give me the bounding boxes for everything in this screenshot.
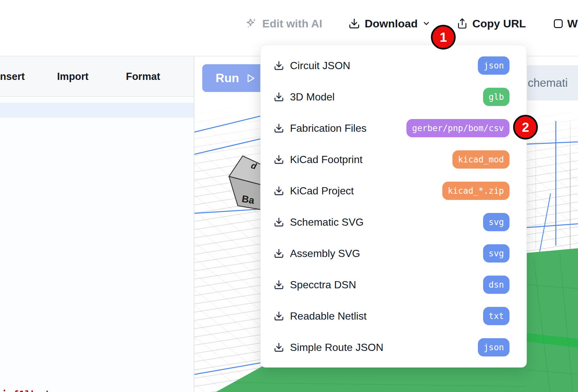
download-menu-item[interactable]: Schematic SVG svg bbox=[261, 206, 526, 238]
download-icon bbox=[274, 279, 284, 290]
download-item-label: 3D Model bbox=[290, 91, 335, 103]
download-menu-item[interactable]: Circuit JSON json bbox=[261, 50, 526, 81]
share-icon bbox=[457, 18, 468, 29]
format-badge: txt bbox=[483, 307, 510, 325]
editor-menubar: nsert Import Format bbox=[0, 56, 194, 97]
download-label: Download bbox=[365, 17, 418, 30]
format-badge: json bbox=[478, 338, 510, 356]
run-button[interactable]: Run bbox=[202, 64, 269, 92]
board-front-label: Ba bbox=[241, 193, 255, 206]
download-icon bbox=[274, 342, 284, 353]
copy-url-label: Copy URL bbox=[472, 17, 526, 30]
download-icon bbox=[274, 186, 284, 196]
download-menu-item[interactable]: Specctra DSN dsn bbox=[261, 269, 526, 300]
download-menu-item[interactable]: Assembly SVG svg bbox=[261, 238, 526, 269]
copy-url-button[interactable]: Copy URL bbox=[457, 15, 526, 32]
download-item-label: Fabrication Files bbox=[290, 122, 367, 134]
download-button[interactable]: Download bbox=[348, 15, 431, 32]
download-icon bbox=[274, 311, 284, 321]
menu-import[interactable]: Import bbox=[57, 56, 88, 97]
format-badge: dsn bbox=[483, 276, 510, 294]
format-badge: svg bbox=[483, 244, 510, 263]
download-menu-item[interactable]: Simple Route JSON json bbox=[261, 332, 526, 363]
download-item-label: Readable Netlist bbox=[290, 310, 367, 322]
download-icon bbox=[274, 92, 284, 102]
download-icon bbox=[274, 60, 284, 71]
download-menu-item[interactable]: Readable Netlist txt bbox=[261, 300, 526, 332]
download-menu-item[interactable]: KiCad Project kicad_*.zip bbox=[261, 175, 526, 206]
sparkles-icon bbox=[245, 17, 258, 30]
play-icon bbox=[246, 73, 255, 83]
annotation-step-1: 1 bbox=[431, 25, 456, 50]
download-icon bbox=[274, 217, 284, 227]
menu-insert[interactable]: nsert bbox=[0, 56, 25, 97]
download-menu-item[interactable]: KiCad Footprint kicad_mod bbox=[261, 144, 526, 175]
download-icon bbox=[274, 154, 284, 165]
format-badge: kicad_*.zip bbox=[442, 182, 510, 200]
editor-code-fragment: i f1lb / bbox=[1, 389, 49, 392]
annotation-step-2: 2 bbox=[513, 115, 538, 140]
menu-format[interactable]: Format bbox=[126, 56, 160, 97]
download-icon bbox=[274, 123, 284, 133]
format-badge: svg bbox=[483, 213, 510, 231]
format-badge: glb bbox=[483, 88, 510, 106]
format-badge: gerber/pnp/bom/csv bbox=[406, 119, 510, 137]
download-icon bbox=[348, 18, 360, 29]
download-item-label: Schematic SVG bbox=[290, 216, 364, 228]
download-item-label: KiCad Project bbox=[290, 185, 354, 197]
edit-with-ai-label: Edit with AI bbox=[262, 17, 322, 30]
app-window: d Ba Run chemati Edit with AI Dow bbox=[0, 0, 578, 392]
webview-toggle[interactable]: We bbox=[554, 15, 578, 32]
chevron-down-icon bbox=[422, 19, 431, 28]
webview-label: We bbox=[567, 17, 578, 30]
download-icon bbox=[274, 248, 284, 259]
format-badge: kicad_mod bbox=[452, 150, 510, 169]
code-editor[interactable]: i f1lb / bbox=[0, 98, 194, 392]
webview-checkbox[interactable] bbox=[554, 19, 563, 28]
run-label: Run bbox=[216, 71, 239, 85]
editor-highlight-row bbox=[0, 103, 194, 118]
download-item-label: Specctra DSN bbox=[290, 279, 356, 291]
pcb-3d-board: d Ba bbox=[229, 156, 262, 210]
download-menu-item[interactable]: Fabrication Files gerber/pnp/bom/csv bbox=[261, 113, 526, 144]
download-item-label: Simple Route JSON bbox=[290, 341, 383, 354]
download-item-label: Circuit JSON bbox=[290, 60, 350, 72]
download-item-label: KiCad Footprint bbox=[290, 154, 362, 166]
edit-with-ai-button[interactable]: Edit with AI bbox=[245, 15, 322, 32]
download-item-label: Assembly SVG bbox=[290, 248, 360, 260]
tab-schematic-label: chemati bbox=[528, 76, 568, 89]
ground-plane-bottom bbox=[216, 366, 527, 392]
download-menu-item[interactable]: 3D Model glb bbox=[261, 81, 526, 113]
format-badge: json bbox=[478, 56, 510, 75]
download-dropdown-menu: Circuit JSON json 3D Model glb Fabricati… bbox=[260, 45, 527, 368]
tab-schematic[interactable]: chemati bbox=[527, 65, 578, 100]
